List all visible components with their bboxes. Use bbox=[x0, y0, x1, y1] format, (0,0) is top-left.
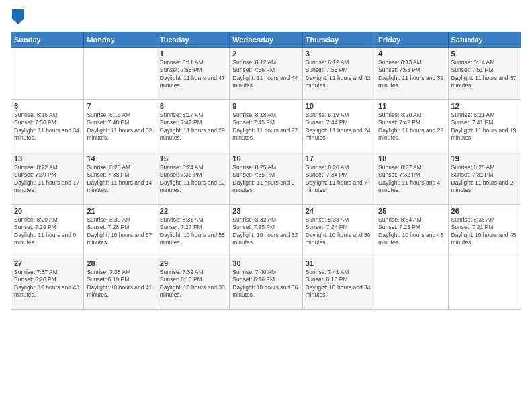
day-number: 4 bbox=[378, 50, 445, 58]
day-number: 26 bbox=[451, 207, 518, 215]
day-cell bbox=[448, 257, 521, 309]
day-cell: 5Sunrise: 8:14 AMSunset: 7:51 PMDaylight… bbox=[448, 47, 521, 99]
header-day-monday: Monday bbox=[84, 32, 157, 47]
day-info: Sunrise: 8:29 AMSunset: 7:29 PMDaylight:… bbox=[14, 216, 81, 247]
day-info: Sunrise: 7:37 AMSunset: 6:20 PMDaylight:… bbox=[14, 269, 81, 300]
day-cell: 15Sunrise: 8:24 AMSunset: 7:36 PMDayligh… bbox=[157, 152, 229, 204]
header-day-wednesday: Wednesday bbox=[230, 32, 302, 47]
day-cell: 1Sunrise: 8:11 AMSunset: 7:58 PMDaylight… bbox=[157, 47, 229, 99]
header-day-saturday: Saturday bbox=[448, 32, 521, 47]
day-info: Sunrise: 8:11 AMSunset: 7:58 PMDaylight:… bbox=[160, 59, 226, 90]
day-number: 8 bbox=[160, 102, 226, 110]
day-number: 29 bbox=[160, 259, 226, 267]
day-info: Sunrise: 8:20 AMSunset: 7:42 PMDaylight:… bbox=[378, 111, 445, 142]
day-info: Sunrise: 8:14 AMSunset: 7:51 PMDaylight:… bbox=[451, 59, 518, 90]
day-number: 17 bbox=[306, 154, 372, 163]
day-info: Sunrise: 7:39 AMSunset: 6:18 PMDaylight:… bbox=[160, 269, 226, 300]
day-number: 7 bbox=[87, 102, 153, 110]
day-number: 3 bbox=[306, 50, 372, 58]
week-row-2: 6Sunrise: 8:15 AMSunset: 7:50 PMDaylight… bbox=[11, 99, 521, 152]
day-number: 28 bbox=[87, 259, 153, 267]
logo bbox=[11, 9, 24, 28]
day-number: 20 bbox=[14, 207, 81, 215]
calendar: SundayMondayTuesdayWednesdayThursdayFrid… bbox=[11, 32, 521, 310]
day-number: 31 bbox=[306, 259, 372, 267]
day-number: 25 bbox=[378, 207, 445, 215]
day-cell: 24Sunrise: 8:33 AMSunset: 7:24 PMDayligh… bbox=[302, 204, 375, 257]
header-day-friday: Friday bbox=[375, 32, 448, 47]
day-cell: 28Sunrise: 7:38 AMSunset: 6:19 PMDayligh… bbox=[84, 257, 157, 309]
page: SundayMondayTuesdayWednesdayThursdayFrid… bbox=[0, 0, 532, 411]
day-cell: 18Sunrise: 8:27 AMSunset: 7:32 PMDayligh… bbox=[375, 152, 448, 204]
day-cell: 19Sunrise: 8:28 AMSunset: 7:31 PMDayligh… bbox=[448, 152, 521, 204]
day-cell: 11Sunrise: 8:20 AMSunset: 7:42 PMDayligh… bbox=[375, 99, 448, 152]
day-info: Sunrise: 8:31 AMSunset: 7:27 PMDaylight:… bbox=[160, 216, 226, 247]
day-number: 16 bbox=[232, 154, 299, 163]
day-number: 12 bbox=[451, 102, 518, 110]
day-cell: 26Sunrise: 8:35 AMSunset: 7:21 PMDayligh… bbox=[448, 204, 521, 257]
day-cell: 13Sunrise: 8:22 AMSunset: 7:39 PMDayligh… bbox=[11, 152, 84, 204]
day-number: 18 bbox=[378, 154, 445, 163]
day-info: Sunrise: 8:12 AMSunset: 7:55 PMDaylight:… bbox=[306, 59, 372, 90]
header-day-thursday: Thursday bbox=[302, 32, 375, 47]
header-row: SundayMondayTuesdayWednesdayThursdayFrid… bbox=[11, 32, 521, 47]
week-row-5: 27Sunrise: 7:37 AMSunset: 6:20 PMDayligh… bbox=[11, 257, 521, 309]
day-number: 24 bbox=[306, 207, 372, 215]
day-info: Sunrise: 8:19 AMSunset: 7:44 PMDaylight:… bbox=[306, 111, 372, 142]
day-number: 10 bbox=[306, 102, 372, 110]
day-info: Sunrise: 8:26 AMSunset: 7:34 PMDaylight:… bbox=[306, 164, 372, 195]
calendar-body: 1Sunrise: 8:11 AMSunset: 7:58 PMDaylight… bbox=[11, 47, 521, 309]
day-cell: 25Sunrise: 8:34 AMSunset: 7:23 PMDayligh… bbox=[375, 204, 448, 257]
day-cell bbox=[11, 47, 84, 99]
day-number: 19 bbox=[451, 154, 518, 163]
day-info: Sunrise: 7:40 AMSunset: 6:16 PMDaylight:… bbox=[232, 269, 299, 300]
day-info: Sunrise: 8:35 AMSunset: 7:21 PMDaylight:… bbox=[451, 216, 518, 247]
day-info: Sunrise: 8:22 AMSunset: 7:39 PMDaylight:… bbox=[14, 164, 81, 195]
day-info: Sunrise: 8:23 AMSunset: 7:38 PMDaylight:… bbox=[87, 164, 153, 195]
day-number: 14 bbox=[87, 154, 153, 163]
day-cell: 14Sunrise: 8:23 AMSunset: 7:38 PMDayligh… bbox=[84, 152, 157, 204]
day-info: Sunrise: 8:21 AMSunset: 7:41 PMDaylight:… bbox=[451, 111, 518, 142]
day-info: Sunrise: 7:38 AMSunset: 6:19 PMDaylight:… bbox=[87, 269, 153, 300]
day-cell: 29Sunrise: 7:39 AMSunset: 6:18 PMDayligh… bbox=[157, 257, 229, 309]
svg-marker-0 bbox=[12, 9, 24, 24]
day-number: 23 bbox=[232, 207, 299, 215]
day-info: Sunrise: 8:24 AMSunset: 7:36 PMDaylight:… bbox=[160, 164, 226, 195]
week-row-3: 13Sunrise: 8:22 AMSunset: 7:39 PMDayligh… bbox=[11, 152, 521, 204]
day-cell: 12Sunrise: 8:21 AMSunset: 7:41 PMDayligh… bbox=[448, 99, 521, 152]
header-day-tuesday: Tuesday bbox=[157, 32, 229, 47]
day-info: Sunrise: 8:33 AMSunset: 7:24 PMDaylight:… bbox=[306, 216, 372, 247]
day-number: 13 bbox=[14, 154, 81, 163]
day-cell: 7Sunrise: 8:16 AMSunset: 7:48 PMDaylight… bbox=[84, 99, 157, 152]
day-info: Sunrise: 8:15 AMSunset: 7:50 PMDaylight:… bbox=[14, 111, 81, 142]
day-cell: 8Sunrise: 8:17 AMSunset: 7:47 PMDaylight… bbox=[157, 99, 229, 152]
day-info: Sunrise: 8:25 AMSunset: 7:35 PMDaylight:… bbox=[232, 164, 299, 195]
day-info: Sunrise: 8:17 AMSunset: 7:47 PMDaylight:… bbox=[160, 111, 226, 142]
day-cell: 30Sunrise: 7:40 AMSunset: 6:16 PMDayligh… bbox=[230, 257, 302, 309]
day-cell: 9Sunrise: 8:18 AMSunset: 7:45 PMDaylight… bbox=[230, 99, 302, 152]
day-number: 11 bbox=[378, 102, 445, 110]
day-cell: 17Sunrise: 8:26 AMSunset: 7:34 PMDayligh… bbox=[302, 152, 375, 204]
day-number: 30 bbox=[232, 259, 299, 267]
day-number: 15 bbox=[160, 154, 226, 163]
day-cell: 22Sunrise: 8:31 AMSunset: 7:27 PMDayligh… bbox=[157, 204, 229, 257]
day-info: Sunrise: 7:41 AMSunset: 6:15 PMDaylight:… bbox=[306, 269, 372, 300]
day-cell bbox=[375, 257, 448, 309]
day-number: 9 bbox=[232, 102, 299, 110]
day-number: 21 bbox=[87, 207, 153, 215]
day-info: Sunrise: 8:16 AMSunset: 7:48 PMDaylight:… bbox=[87, 111, 153, 142]
week-row-1: 1Sunrise: 8:11 AMSunset: 7:58 PMDaylight… bbox=[11, 47, 521, 99]
day-number: 22 bbox=[160, 207, 226, 215]
day-info: Sunrise: 8:34 AMSunset: 7:23 PMDaylight:… bbox=[378, 216, 445, 247]
day-number: 6 bbox=[14, 102, 81, 110]
day-info: Sunrise: 8:32 AMSunset: 7:25 PMDaylight:… bbox=[232, 216, 299, 247]
day-cell: 3Sunrise: 8:12 AMSunset: 7:55 PMDaylight… bbox=[302, 47, 375, 99]
day-cell: 20Sunrise: 8:29 AMSunset: 7:29 PMDayligh… bbox=[11, 204, 84, 257]
day-cell: 2Sunrise: 8:12 AMSunset: 7:56 PMDaylight… bbox=[230, 47, 302, 99]
day-info: Sunrise: 8:28 AMSunset: 7:31 PMDaylight:… bbox=[451, 164, 518, 195]
day-cell: 10Sunrise: 8:19 AMSunset: 7:44 PMDayligh… bbox=[302, 99, 375, 152]
day-number: 5 bbox=[451, 50, 518, 58]
logo-text bbox=[11, 9, 24, 28]
day-cell: 23Sunrise: 8:32 AMSunset: 7:25 PMDayligh… bbox=[230, 204, 302, 257]
day-info: Sunrise: 8:13 AMSunset: 7:53 PMDaylight:… bbox=[378, 59, 445, 90]
